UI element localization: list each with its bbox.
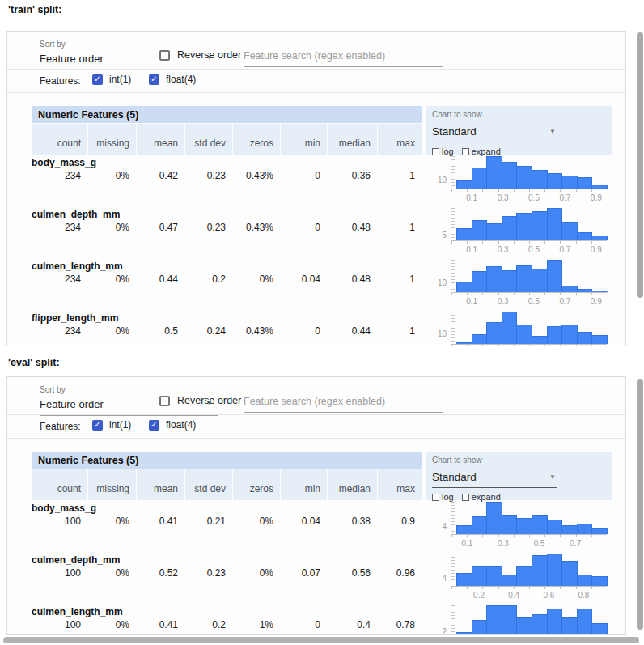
histogram-bar (502, 162, 518, 189)
x-tick-label: 0.1 (466, 193, 477, 202)
histogram-y-axis (451, 605, 455, 635)
histogram-x-axis (451, 344, 607, 346)
histogram-bar (516, 166, 532, 189)
histogram-bar (516, 325, 532, 344)
chart-to-show-box: Chart to show Standard ▼ log expand (426, 452, 612, 500)
x-tick-label: 0.3 (498, 245, 509, 254)
histogram-x-axis-labels: 0.20.40.60.8 (456, 591, 612, 600)
sort-by-caption: Sort by (40, 40, 218, 49)
x-tick-label: 0.1 (461, 539, 472, 548)
histogram-eval-culmen_depth_mm: 4 0.20.40.60.8 (426, 550, 612, 602)
x-tick-label: 0.5 (528, 297, 540, 306)
histogram-bar (486, 605, 502, 635)
column-header-stddev: std dev (184, 124, 232, 155)
x-tick-label: 0.2 (473, 591, 485, 600)
histogram-bar (547, 208, 563, 240)
horizontal-scrollbar[interactable] (3, 637, 639, 643)
feature-search-input[interactable]: Feature search (regex enabled) (244, 48, 443, 67)
histogram-y-axis-label: 10 (426, 176, 447, 185)
histogram-bar (486, 322, 502, 344)
reverse-order-checkbox[interactable]: Reverse order (159, 395, 241, 406)
table-column-headers: count missing mean std dev zeros min med… (32, 469, 422, 500)
histogram-bar (516, 617, 532, 635)
x-tick-label: 0.7 (559, 245, 570, 254)
histogram-bar (547, 520, 563, 534)
histogram-bar (472, 620, 488, 635)
reverse-order-label: Reverse order (177, 395, 241, 406)
histogram-eval-body_mass_g: 4 0.10.30.50.7 (426, 499, 612, 550)
histogram-bar (472, 220, 488, 240)
histogram-x-axis-labels: 0.10.30.50.70.9 (456, 193, 612, 203)
chart-type-select[interactable]: Standard ▼ (432, 121, 557, 142)
feature-row-body_mass_g: body_mass_g 2340%0.420.230.43%00.361 (32, 155, 422, 206)
x-tick-label: 0.4 (508, 591, 519, 600)
histogram-bar (532, 269, 548, 292)
histogram-bar (591, 335, 608, 344)
histogram-bar (456, 525, 472, 534)
train-vertical-scrollbar[interactable] (637, 32, 643, 298)
feature-type-checkbox-int[interactable]: int(1) (92, 419, 131, 431)
histogram-x-axis (451, 586, 607, 589)
histogram-bar (472, 271, 488, 292)
column-header-median: median (327, 469, 377, 500)
histogram-bar (561, 286, 578, 292)
feature-type-checkbox-int[interactable]: int(1) (92, 74, 131, 85)
histogram-y-axis-label: 4 (426, 522, 447, 531)
eval-vertical-scrollbar[interactable] (637, 379, 643, 630)
histogram-x-axis-labels: 0.10.30.50.70.9 (456, 245, 612, 255)
x-tick-label: 0.1 (466, 297, 477, 306)
feature-row-culmen_depth_mm: culmen_depth_mm 2340%0.470.230.43%00.481 (32, 206, 422, 258)
histogram-y-axis (451, 260, 455, 293)
histogram-y-axis (451, 208, 455, 241)
histogram-bar (516, 213, 532, 240)
feature-search-input[interactable]: Feature search (regex enabled) (244, 393, 443, 413)
features-label: Features: (40, 421, 81, 432)
histogram-x-axis (451, 240, 607, 244)
histogram-bar (561, 325, 578, 344)
numeric-features-header: Numeric Features (5) (32, 106, 422, 123)
histogram-bar (486, 266, 502, 292)
features-label: Features: (40, 75, 81, 87)
sort-by-value: Feature order (40, 53, 104, 65)
histogram-bar (456, 632, 472, 635)
numeric-features-header: Numeric Features (5) (32, 452, 422, 469)
x-tick-label: 0.3 (498, 297, 509, 306)
features-filter-row: Features: int(1) float(4) (7, 415, 625, 439)
histogram-bar (456, 282, 472, 292)
column-header-max: max (377, 469, 422, 500)
histogram-bar (502, 216, 518, 240)
column-header-missing: missing (87, 469, 136, 500)
eval-facets-panel: Sort by Feature order ▼ Reverse order Fe… (6, 376, 626, 635)
histogram-y-axis (451, 502, 455, 535)
histogram-bar (502, 270, 518, 292)
checkbox-unchecked-icon (159, 396, 170, 406)
histogram-bar (516, 518, 532, 534)
column-header-mean: mean (136, 124, 184, 155)
histogram-bar (456, 180, 472, 189)
histogram-bar (486, 502, 502, 534)
chart-to-show-box: Chart to show Standard ▼ log expand (426, 106, 612, 155)
x-tick-label: 0.5 (534, 539, 545, 548)
x-tick-label: 0.3 (498, 539, 509, 548)
feature-type-checkbox-float[interactable]: float(4) (149, 74, 196, 85)
x-tick-label: 0.9 (591, 297, 602, 306)
x-tick-label: 0.5 (528, 245, 540, 254)
histogram-bar (532, 614, 548, 635)
histogram-bar (547, 173, 563, 189)
histogram-y-axis-label: 10 (426, 329, 447, 338)
x-tick-label: 0.9 (591, 245, 602, 254)
histogram-bar (561, 222, 578, 240)
histogram-bar (456, 573, 472, 586)
histogram-bar (547, 554, 563, 586)
x-tick-label: 0.9 (591, 193, 602, 202)
chart-type-select[interactable]: Standard ▼ (432, 467, 557, 488)
histogram-bar (547, 326, 563, 344)
histogram-bar (577, 609, 593, 635)
histogram-bar (577, 332, 593, 344)
reverse-order-checkbox[interactable]: Reverse order (159, 49, 241, 61)
histogram-bar (561, 561, 578, 586)
feature-type-checkbox-float[interactable]: float(4) (149, 419, 196, 431)
checkbox-checked-icon (92, 420, 103, 431)
histogram-bar (577, 524, 593, 534)
column-header-zeros: zeros (232, 124, 280, 155)
